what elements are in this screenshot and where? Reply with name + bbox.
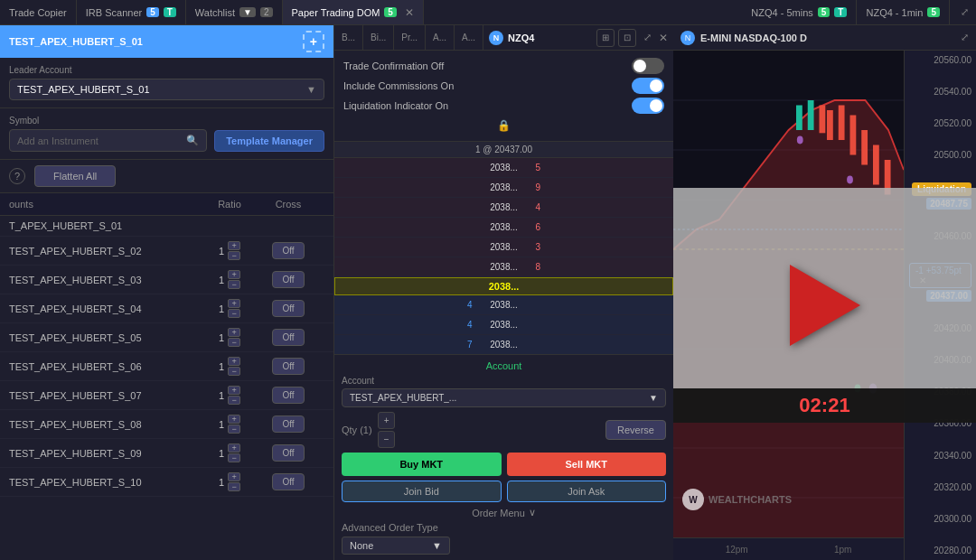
dom-ask-cell: 6	[536, 222, 669, 232]
dom-ask-cell: 8	[536, 262, 669, 272]
dom-bid-side: 4 2038... 4 2038... 7 2038... 6 2038...	[334, 295, 673, 354]
off-btn-3[interactable]: Off	[272, 300, 304, 317]
buy-mkt-button[interactable]: Buy MKT	[342, 453, 502, 476]
join-ask-button[interactable]: Join Ask	[507, 481, 667, 502]
ratio-increase-5[interactable]: +	[228, 357, 240, 366]
leader-label: Leader Account	[9, 65, 324, 75]
off-btn-5[interactable]: Off	[272, 358, 304, 375]
tab-paper-trading-dom[interactable]: Paper Trading DOM 5 ✕	[283, 0, 424, 24]
ratio-increase-6[interactable]: +	[228, 386, 240, 395]
order-panel: Account Account TEST_APEX_HUBERT_... ▼ Q…	[334, 354, 673, 560]
tab-irb-scanner[interactable]: IRB Scanner 5 T	[77, 0, 186, 24]
dom-close-icon[interactable]: ✕	[659, 32, 668, 44]
dom-tab-a2[interactable]: A...	[455, 25, 483, 50]
ratio-decrease-3[interactable]: −	[228, 309, 240, 318]
tab-watchlist[interactable]: Watchlist ▼ 2	[186, 0, 283, 24]
adv-order-arrow-icon: ▼	[432, 540, 442, 551]
watchlist-num: ▼	[239, 7, 256, 17]
ratio-decrease-7[interactable]: −	[228, 425, 240, 434]
off-btn-9[interactable]: Off	[272, 473, 304, 490]
off-btn-2[interactable]: Off	[272, 271, 304, 288]
liquidation-indicator-label: Liquidation Indicator On	[343, 100, 448, 111]
off-btn-8[interactable]: Off	[272, 444, 304, 462]
table-row: TEST_APEX_HUBERT_S_04 1 + − Off	[0, 294, 333, 323]
template-manager-button[interactable]: Template Manager	[214, 130, 324, 152]
ratio-increase-4[interactable]: +	[228, 328, 240, 337]
table-row: TEST_APEX_HUBERT_S_06 1 + − Off	[0, 352, 333, 381]
ratio-decrease-6[interactable]: −	[228, 396, 240, 405]
irb-badge-5: 5	[146, 7, 159, 17]
help-icon[interactable]: ?	[9, 168, 25, 184]
liquidation-indicator-toggle[interactable]	[632, 98, 664, 114]
tab-trade-copier[interactable]: Trade Copier	[0, 0, 77, 24]
lock-icon-row: 🔒	[343, 116, 664, 135]
flatten-all-button[interactable]: Flatten All	[34, 165, 116, 187]
close-dom-tab-icon[interactable]: ✕	[405, 6, 414, 19]
dom-layout-icon[interactable]: ⊞	[596, 29, 615, 47]
ratio-increase-9[interactable]: +	[228, 472, 240, 481]
ratio-increase-1[interactable]: +	[228, 241, 240, 250]
trade-confirmation-toggle[interactable]	[632, 58, 664, 74]
ratio-decrease-2[interactable]: −	[228, 280, 240, 289]
join-bid-button[interactable]: Join Bid	[342, 481, 502, 502]
adv-order-label: Advanced Order Type	[342, 522, 438, 533]
ratio-increase-3[interactable]: +	[228, 299, 240, 308]
setting-include-commissions: Include Commissions On	[343, 76, 664, 96]
sell-mkt-button[interactable]: Sell MKT	[507, 453, 667, 476]
account-name-4: TEST_APEX_HUBERT_S_05	[9, 332, 207, 343]
table-row: TEST_APEX_HUBERT_S_07 1 + − Off	[0, 381, 333, 410]
ratio-increase-2[interactable]: +	[228, 270, 240, 279]
ratio-decrease-9[interactable]: −	[228, 482, 240, 491]
dom-maximize-icon[interactable]: ⤢	[643, 32, 652, 43]
order-menu-row[interactable]: Order Menu ∨	[342, 507, 666, 518]
tab-chart-5min[interactable]: NZQ4 - 5mins 5 T	[742, 0, 857, 24]
table-row: TEST_APEX_HUBERT_S_02 1 + − Off	[0, 237, 333, 266]
toggle-knob-2	[650, 79, 662, 92]
leader-section: Leader Account TEST_APEX_HUBERT_S_01 ▼	[0, 58, 333, 108]
pnl-positive: Account	[486, 360, 522, 371]
ratio-decrease-8[interactable]: −	[228, 453, 240, 462]
qty-controls: + −	[378, 412, 396, 448]
account-cross-2: Off	[252, 271, 324, 288]
tab-irb-scanner-label: IRB Scanner	[86, 7, 142, 18]
qty-increase-button[interactable]: +	[378, 412, 396, 429]
ratio-increase-8[interactable]: +	[228, 443, 240, 453]
off-btn-4[interactable]: Off	[272, 329, 304, 346]
dom-grid-icon[interactable]: ⊡	[618, 29, 636, 47]
dom-tab-bi[interactable]: Bi...	[363, 25, 394, 50]
ratio-decrease-4[interactable]: −	[228, 338, 240, 347]
dom-price-cell: 2038...	[473, 340, 536, 350]
account-cross-9: Off	[252, 473, 324, 490]
dom-tab-pr[interactable]: Pr...	[394, 25, 426, 50]
dom-panel: B... Bi... Pr... A... A... N NZQ4 ⊞ ⊡ ⤢ …	[334, 25, 673, 560]
leader-account-dropdown[interactable]: TEST_APEX_HUBERT_S_01 ▼	[9, 79, 324, 100]
ratio-decrease-5[interactable]: −	[228, 367, 240, 376]
ratio-increase-7[interactable]: +	[228, 415, 240, 424]
reverse-button[interactable]: Reverse	[605, 420, 666, 440]
tab-chart-1min[interactable]: NZQ4 - 1min 5	[857, 0, 950, 24]
dom-tab-b[interactable]: B...	[334, 25, 363, 50]
off-btn-6[interactable]: Off	[272, 387, 304, 404]
instrument-input[interactable]: Add an Instrument 🔍	[9, 129, 207, 152]
include-commissions-toggle[interactable]	[632, 78, 664, 94]
tab-trade-copier-label: Trade Copier	[9, 7, 67, 18]
col-accounts-label: ounts	[9, 199, 207, 210]
account-name-9: TEST_APEX_HUBERT_S_10	[9, 477, 207, 488]
play-button[interactable]	[790, 265, 860, 346]
ratio-decrease-1[interactable]: −	[228, 251, 240, 260]
adv-order-dropdown[interactable]: None ▼	[342, 537, 450, 555]
off-btn-1[interactable]: Off	[272, 242, 304, 259]
account-dropdown[interactable]: TEST_APEX_HUBERT_... ▼	[342, 388, 666, 407]
off-btn-7[interactable]: Off	[272, 415, 304, 433]
account-cross-4: Off	[252, 329, 324, 346]
accounts-header: ounts Ratio Cross	[0, 193, 333, 216]
qty-decrease-button[interactable]: −	[378, 431, 396, 448]
chart-expand-icon[interactable]: ⤢	[953, 6, 976, 18]
chart-symbol-icon: N	[680, 31, 695, 45]
account-select-row: Account TEST_APEX_HUBERT_... ▼	[342, 376, 666, 407]
list-item: 7 2038...	[334, 335, 673, 354]
dom-tab-a1[interactable]: A...	[426, 25, 455, 50]
tab-watchlist-label: Watchlist	[195, 7, 235, 18]
add-account-icon[interactable]: +	[303, 31, 324, 52]
chart-expand-btn[interactable]: ⤢	[961, 32, 969, 43]
